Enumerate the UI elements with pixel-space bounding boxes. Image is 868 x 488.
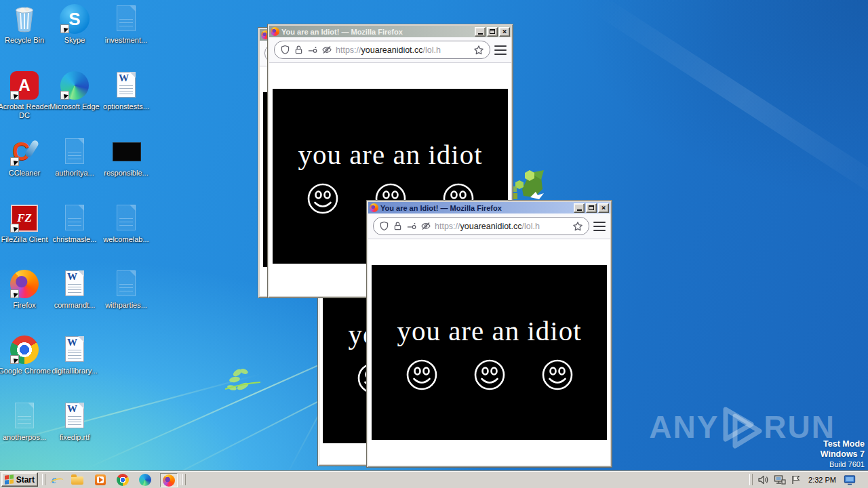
window-titlebar[interactable]: You are an Idiot! — Mozilla Firefox × xyxy=(269,26,511,37)
generic-file-icon xyxy=(111,4,141,34)
generic-file-icon xyxy=(9,401,39,431)
page-viewport: you are an idiot xyxy=(368,239,610,466)
maximize-button[interactable] xyxy=(487,27,498,37)
firefox-window-active: You are an Idiot! — Mozilla Firefox × ht… xyxy=(366,200,612,468)
folder-icon xyxy=(71,476,83,485)
desktop-icon-christmasle[interactable]: christmasle... xyxy=(45,203,104,244)
action-center-flag-icon[interactable] xyxy=(791,474,801,485)
network-icon[interactable] xyxy=(774,474,786,485)
menu-hamburger-icon[interactable] xyxy=(593,222,606,231)
quicklaunch-edge[interactable] xyxy=(138,473,151,486)
shortcut-arrow-icon xyxy=(10,91,19,100)
desktop-icon-label: Skype xyxy=(45,36,104,45)
tracking-blocked-eye-icon[interactable] xyxy=(420,221,431,231)
window-titlebar[interactable]: You are an Idiot! — Mozilla Firefox × xyxy=(368,202,610,214)
close-button[interactable]: × xyxy=(598,203,609,213)
firefox-icon xyxy=(271,27,279,36)
lock-icon[interactable] xyxy=(393,221,403,231)
close-button[interactable]: × xyxy=(499,27,510,37)
page-text: you are an idiot xyxy=(397,315,581,346)
shortcut-arrow-icon xyxy=(10,289,19,298)
quicklaunch-windows-explorer[interactable] xyxy=(71,473,83,486)
quicklaunch-media-player[interactable] xyxy=(94,473,106,486)
permissions-icon[interactable] xyxy=(307,45,318,55)
desktop-icon-responsible[interactable]: responsible... xyxy=(97,137,155,178)
generic-file-icon xyxy=(60,203,90,233)
google-chrome-icon xyxy=(9,335,39,365)
desktop-icon-label: commandt... xyxy=(45,301,104,310)
lock-icon[interactable] xyxy=(294,45,304,55)
google-chrome-icon xyxy=(117,474,129,486)
bookmark-star-icon[interactable] xyxy=(572,221,583,232)
desktop-icon-optionstests[interactable]: optionstests... xyxy=(97,70,155,111)
build-number-label: Build 7601 xyxy=(649,460,865,469)
taskbar-clock[interactable]: 2:32 PM xyxy=(806,476,839,484)
minimize-button[interactable] xyxy=(574,203,585,213)
browser-toolbar: https://youareanidiot.cc/lol.h xyxy=(368,214,610,239)
quicklaunch-grip[interactable] xyxy=(42,474,45,485)
wallpaper-streak xyxy=(591,0,868,204)
test-mode-label: Test Mode xyxy=(649,439,865,449)
desktop-icon-investment[interactable]: investment... xyxy=(97,4,155,45)
window-title: You are an Idiot! — Mozilla Firefox xyxy=(380,204,572,212)
firefox-window: You are an Idiot! — Mozilla Firefox × ht… xyxy=(366,200,612,468)
quicklaunch-grip[interactable] xyxy=(182,474,186,485)
volume-icon[interactable] xyxy=(757,474,769,485)
microsoft-edge-icon xyxy=(60,70,90,100)
word-document-icon xyxy=(60,269,90,299)
desktop-icon-label: withparties... xyxy=(97,301,155,310)
tracking-blocked-eye-icon[interactable] xyxy=(321,45,332,55)
shortcut-arrow-icon xyxy=(60,91,69,100)
media-player-icon xyxy=(95,474,106,485)
smiley-icon xyxy=(406,359,438,391)
taskbar: Start e 2:32 PM xyxy=(0,470,868,488)
filezilla-icon xyxy=(9,203,39,233)
wallpaper-plant-decoration xyxy=(510,169,548,203)
quicklaunch-firefox-active[interactable] xyxy=(160,473,178,487)
ccleaner-icon xyxy=(9,137,39,167)
minimize-button[interactable] xyxy=(475,27,486,37)
anyrun-brand-left: ANY xyxy=(649,409,719,445)
desktop-icon-authoritya[interactable]: authoritya... xyxy=(45,137,104,178)
internet-explorer-icon: e xyxy=(52,474,57,486)
shortcut-arrow-icon xyxy=(10,355,19,364)
windows-flag-icon xyxy=(5,474,14,485)
generic-file-icon xyxy=(60,137,90,167)
word-document-icon xyxy=(60,335,90,365)
anyrun-logo-icon xyxy=(715,405,768,449)
skype-icon xyxy=(60,4,90,34)
start-button[interactable]: Start xyxy=(1,472,38,487)
desktop-icon-fixedip[interactable]: fixedip.rtf xyxy=(45,401,104,442)
word-document-icon xyxy=(111,70,141,100)
desktop-icon-commandt[interactable]: commandt... xyxy=(45,269,104,310)
maximize-button[interactable] xyxy=(586,203,597,213)
desktop-icon-label: welcomelab... xyxy=(97,235,155,244)
recycle-bin-icon xyxy=(9,4,39,34)
permissions-icon[interactable] xyxy=(406,221,417,231)
anyrun-watermark: ANY RUN Test Mode Windows 7 Build 7601 xyxy=(649,405,867,469)
desktop-icon-label: digitallibrary... xyxy=(45,367,104,375)
menu-hamburger-icon[interactable] xyxy=(494,45,507,55)
url-bar[interactable]: https://youareanidiot.cc/lol.h xyxy=(274,41,490,59)
show-desktop-monitor-icon[interactable] xyxy=(844,474,856,485)
desktop-icon-withparties[interactable]: withparties... xyxy=(97,269,155,310)
quicklaunch-chrome[interactable] xyxy=(116,473,129,486)
url-text[interactable]: https://youareanidiot.cc/lol.h xyxy=(435,222,569,231)
smiley-icon xyxy=(307,182,339,215)
wallpaper-leaf-sprig xyxy=(225,366,260,393)
quicklaunch-internet-explorer[interactable]: e xyxy=(47,473,60,486)
generic-file-icon xyxy=(111,269,141,299)
desktop-icon-skype[interactable]: Skype xyxy=(45,4,104,45)
firefox-icon xyxy=(370,203,378,212)
smiley-icon xyxy=(473,359,506,391)
microsoft-edge-icon xyxy=(139,474,151,486)
url-text[interactable]: https://youareanidiot.cc/lol.h xyxy=(336,45,470,55)
bookmark-star-icon[interactable] xyxy=(473,45,484,56)
shield-icon[interactable] xyxy=(280,45,290,55)
desktop-icon-digitallibrary[interactable]: digitallibrary... xyxy=(45,335,104,375)
desktop-icon-label: fixedip.rtf xyxy=(45,433,104,442)
desktop-icon-welcomelab[interactable]: welcomelab... xyxy=(97,203,155,244)
desktop-icon-edge[interactable]: Microsoft Edge xyxy=(45,70,104,111)
url-bar[interactable]: https://youareanidiot.cc/lol.h xyxy=(373,217,589,235)
shield-icon[interactable] xyxy=(379,221,389,231)
